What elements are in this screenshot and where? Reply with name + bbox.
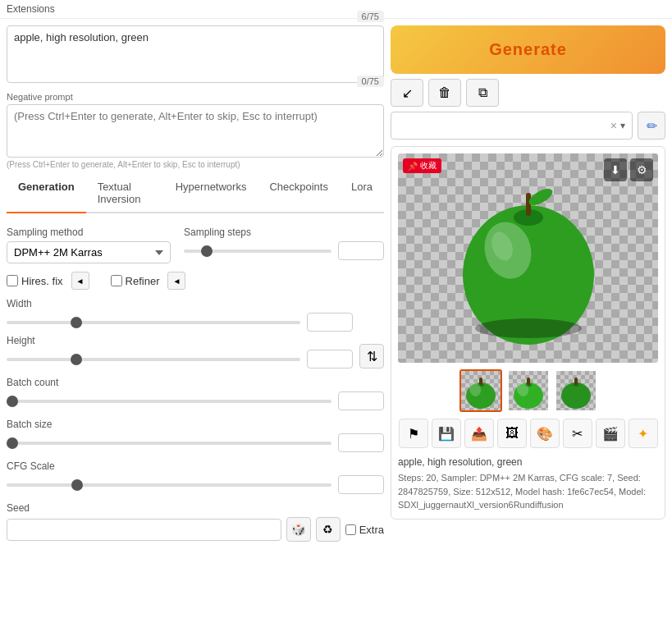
download-btn[interactable]: ⬇ [604,158,627,181]
save-badge[interactable]: 📌 收藏 [403,158,441,173]
thumb-1-svg [461,371,501,410]
film-button[interactable]: 🎬 [596,419,625,448]
hires-fix-label: Hires. fix [21,275,63,287]
batch-size-input[interactable]: 1 [338,433,384,452]
extra-check[interactable] [345,524,356,535]
refiner-checkbox[interactable]: Refiner [111,275,160,287]
thumb-3-svg [556,371,596,410]
seed-input[interactable]: -1 [7,519,281,541]
batch-count-label: Batch count [7,377,384,388]
cfg-scale-slider[interactable] [7,483,331,487]
extra-label: Extra [359,524,384,536]
width-slider[interactable] [7,321,300,324]
copy-button[interactable]: ⧉ [466,79,499,107]
refiner-label: Refiner [126,275,160,287]
svg-rect-17 [574,378,578,385]
swap-wh-button[interactable]: ⇅ [359,344,384,369]
tab-textual-inversion[interactable]: Textual Inversion [86,174,164,213]
negative-prompt-counter: 0/75 [357,76,384,87]
style-dropdown-icon[interactable]: ▾ [620,120,625,131]
settings-icon: ⚙ [637,163,647,176]
batch-count-slider[interactable] [7,400,331,403]
crop-button[interactable]: ✂ [563,419,592,448]
extra-checkbox[interactable]: Extra [345,524,384,536]
trash-icon: 🗑 [438,85,451,100]
width-input[interactable]: 512 [307,313,353,332]
width-label: Width [7,298,353,309]
batch-size-slider[interactable] [7,442,331,445]
negative-prompt-container: 0/75 Negative prompt (Press Ctrl+Enter t… [7,90,384,169]
hires-collapse-btn[interactable]: ◄ [71,272,89,290]
thumbnail-3[interactable] [555,369,597,412]
info-prompt: apple, high resolution, green [398,455,658,469]
thumbnail-strip [398,369,658,412]
download-icon: ⬇ [610,163,620,176]
trash-button[interactable]: 🗑 [428,79,461,107]
recycle-button[interactable]: ♻ [316,517,341,542]
apple-svg [446,168,610,349]
palette-button[interactable]: 🎨 [530,419,560,448]
tab-hypernetworks[interactable]: Hypernetworks [164,174,258,213]
wh-row: Width 512 Height 512 ⇅ [7,298,384,369]
tabs-bar: Generation Textual Inversion Hypernetwor… [7,174,384,213]
dice-button[interactable]: 🎲 [286,517,311,542]
cfg-scale-input[interactable]: 7 [338,475,384,494]
style-pencil-button[interactable]: ✏ [638,112,665,140]
sampling-method-col: Sampling method DPM++ 2M Karras Euler a … [7,227,171,263]
svg-rect-9 [479,378,482,385]
copy-icon: ⧉ [478,85,487,100]
tab-lora[interactable]: Lora [340,174,384,213]
main-prompt-container: 6/75 apple, high resolution, green [7,25,384,85]
cfg-scale-label: CFG Scale [7,460,384,472]
expand-button[interactable]: ↙ [391,79,423,107]
frame-button[interactable]: 🖼 [497,419,527,448]
negative-prompt-label: Negative prompt [7,92,73,102]
bottom-actions: ⚑ 💾 📤 🖼 🎨 ✂ 🎬 ✦ [398,419,658,448]
hires-fix-check[interactable] [7,275,18,286]
image-settings-btn[interactable]: ⚙ [630,158,653,181]
generate-button[interactable]: Generate [391,25,665,74]
svg-rect-13 [527,378,530,385]
thumbnail-2[interactable] [507,369,550,412]
expand-icon: ↙ [402,85,413,101]
generation-panel: Sampling method DPM++ 2M Karras Euler a … [7,223,384,550]
svg-point-6 [475,318,582,338]
thumb-2-svg [509,371,548,410]
action-buttons-row: ↙ 🗑 ⧉ [391,79,665,107]
send-button[interactable]: 📤 [464,419,494,448]
batch-count-row: Batch count 1 [7,377,384,410]
style-clear-btn[interactable]: × [610,119,617,132]
pin-icon: 📌 [408,162,418,171]
main-image-container: 📌 收藏 ⬇ ⚙ [398,153,658,363]
extensions-bar: Extensions [0,0,672,19]
height-input[interactable]: 512 [307,350,353,369]
batch-count-input[interactable]: 1 [338,391,384,410]
seed-row: -1 🎲 ♻ Extra [7,517,384,542]
width-col: Width 512 Height 512 [7,298,353,369]
height-label: Height [7,335,353,346]
image-panel: 📌 收藏 ⬇ ⚙ [391,146,665,520]
sparkle-button[interactable]: ✦ [629,419,658,448]
pencil-icon: ✏ [647,118,657,134]
sampling-steps-input[interactable]: 20 [338,241,384,260]
main-prompt-input[interactable]: apple, high resolution, green [7,25,384,83]
height-slider[interactable] [7,358,300,361]
flag-button[interactable]: ⚑ [399,419,428,448]
hires-refiner-row: Hires. fix ◄ Refiner ◄ [7,272,384,290]
refiner-collapse-btn[interactable]: ◄ [167,272,185,290]
tab-checkpoints[interactable]: Checkpoints [258,174,340,213]
sampling-method-select[interactable]: DPM++ 2M Karras Euler a DDIM [7,241,171,263]
sampling-steps-label: Sampling steps [184,227,384,238]
sampling-row: Sampling method DPM++ 2M Karras Euler a … [7,227,384,263]
hires-fix-checkbox[interactable]: Hires. fix [7,275,63,287]
batch-size-row: Batch size 1 [7,419,384,452]
save-disk-button[interactable]: 💾 [432,419,461,448]
refiner-check[interactable] [111,275,122,286]
thumbnail-1[interactable] [459,369,502,412]
sampling-steps-slider[interactable] [184,249,331,253]
style-selector-row: × ▾ ✏ [391,112,665,140]
style-selector[interactable]: × ▾ [391,112,633,140]
negative-prompt-input[interactable] [7,104,384,158]
seed-label: Seed [7,502,384,514]
tab-generation[interactable]: Generation [7,174,86,213]
